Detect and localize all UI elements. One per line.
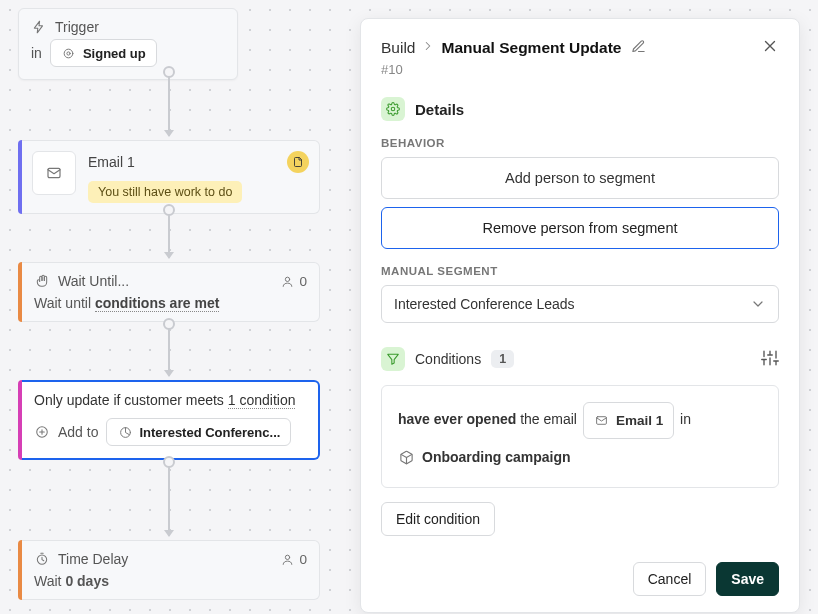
behavior-option-add[interactable]: Add person to segment <box>381 157 779 199</box>
svg-point-0 <box>65 49 74 58</box>
email-thumbnail <box>32 151 76 195</box>
edit-title-button[interactable] <box>631 39 646 57</box>
cube-icon <box>398 449 414 465</box>
behavior-field-label: BEHAVIOR <box>381 137 779 149</box>
people-count: 0 <box>279 273 307 289</box>
close-button[interactable] <box>761 37 779 58</box>
wait-pre: Wait until <box>34 295 95 311</box>
manual-segment-field-label: MANUAL SEGMENT <box>381 265 779 277</box>
email-node[interactable]: Email 1 You still have work to do <box>18 140 320 214</box>
segment-update-node[interactable]: Only update if customer meets 1 conditio… <box>18 380 320 460</box>
svg-point-7 <box>285 555 289 559</box>
time-delay-node[interactable]: Time Delay 0 Wait 0 days <box>18 540 320 600</box>
wait-until-node[interactable]: Wait Until... 0 Wait until conditions ar… <box>18 262 320 322</box>
person-icon <box>279 273 295 289</box>
people-count: 0 <box>279 551 307 567</box>
svg-point-8 <box>391 107 395 111</box>
conditions-section-label: Conditions <box>415 351 481 367</box>
trigger-node[interactable]: Trigger in Signed up <box>18 8 238 80</box>
person-icon <box>279 551 295 567</box>
condition-campaign: Onboarding campaign <box>422 443 571 471</box>
svg-point-1 <box>67 51 70 54</box>
bolt-icon <box>31 19 47 35</box>
condition-email-label: Email 1 <box>616 407 663 434</box>
chevron-down-icon <box>750 296 766 312</box>
trigger-event-label: Signed up <box>83 46 146 61</box>
svg-point-3 <box>285 277 289 281</box>
save-button[interactable]: Save <box>716 562 779 596</box>
connector <box>168 72 170 136</box>
email-title: Email 1 <box>88 154 135 170</box>
edit-condition-button[interactable]: Edit condition <box>381 502 495 536</box>
detail-panel: Build Manual Segment Update #10 Details … <box>360 18 800 613</box>
condition-mid: the email <box>516 411 581 427</box>
filter-icon <box>381 347 405 371</box>
breadcrumb-root[interactable]: Build <box>381 39 415 57</box>
condition-prefix-bold: have ever opened <box>398 411 516 427</box>
behavior-radio-group: Add person to segment Remove person from… <box>381 157 779 249</box>
add-to-label: Add to <box>58 424 98 440</box>
wait-until-label: Wait Until... <box>58 273 129 289</box>
segment-name-pill[interactable]: Interested Conferenc... <box>106 418 291 446</box>
segment-name: Interested Conferenc... <box>139 425 280 440</box>
adjust-conditions-button[interactable] <box>761 349 779 370</box>
segment-icon <box>117 424 133 440</box>
manual-segment-select[interactable]: Interested Conference Leads <box>381 285 779 323</box>
connector <box>168 324 170 376</box>
email-subject-chip: You still have work to do <box>88 181 242 203</box>
chevron-right-icon <box>421 39 435 56</box>
details-section-label: Details <box>415 101 464 118</box>
delay-pre: Wait <box>34 573 65 589</box>
stopwatch-icon <box>34 551 50 567</box>
connector <box>168 462 170 536</box>
manual-segment-value: Interested Conference Leads <box>394 296 575 312</box>
trigger-event-pill[interactable]: Signed up <box>50 39 157 67</box>
gear-icon <box>381 97 405 121</box>
condition-email-chip[interactable]: Email 1 <box>583 402 674 439</box>
condition-post: in <box>680 411 691 427</box>
envelope-icon <box>594 413 610 429</box>
conditions-count-badge: 1 <box>491 350 514 368</box>
cancel-button[interactable]: Cancel <box>633 562 707 596</box>
trigger-label: Trigger <box>55 19 99 35</box>
delay-value: 0 days <box>65 573 109 589</box>
target-icon <box>61 45 77 61</box>
wait-conditions-link[interactable]: conditions are met <box>95 295 219 312</box>
hand-icon <box>34 273 50 289</box>
delay-label: Time Delay <box>58 551 128 567</box>
draft-badge <box>287 151 309 173</box>
connector <box>168 210 170 258</box>
panel-title: Manual Segment Update <box>441 39 621 57</box>
segment-condition-link[interactable]: 1 condition <box>228 392 296 409</box>
add-segment-icon <box>34 424 50 440</box>
trigger-in-label: in <box>31 45 42 61</box>
segment-condition-pre: Only update if customer meets <box>34 392 228 408</box>
step-id: #10 <box>381 62 779 77</box>
behavior-option-remove[interactable]: Remove person from segment <box>381 207 779 249</box>
condition-summary: have ever opened the email Email 1 in On… <box>381 385 779 488</box>
envelope-icon <box>46 165 62 181</box>
